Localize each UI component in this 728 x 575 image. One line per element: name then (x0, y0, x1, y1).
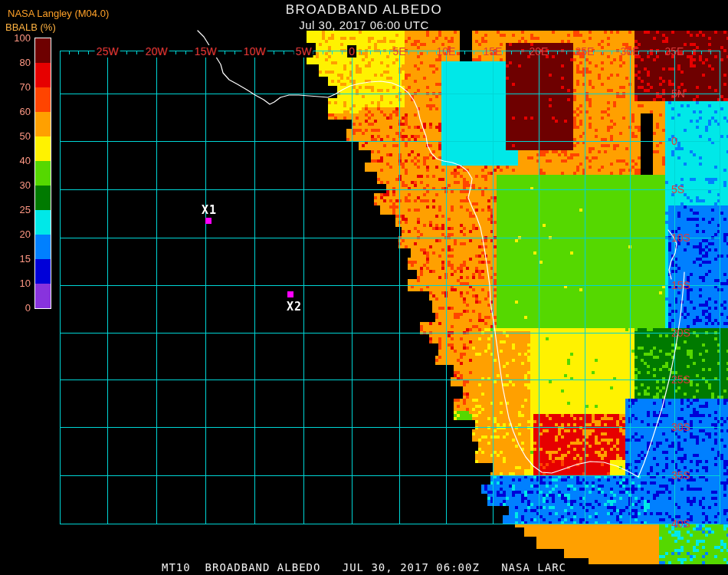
colorbar-tick-label: 100 (0, 32, 31, 44)
colorbar-segment (35, 63, 51, 87)
latitude-label: 25S (671, 373, 690, 386)
longitude-label: 0 (347, 45, 356, 58)
longitude-label: 10E (437, 45, 456, 58)
latitude-label: 35S (671, 469, 690, 481)
title-block: BROADBAND ALBEDO Jul 30, 2017 06:00 UTC (0, 2, 728, 31)
colorbar (34, 38, 51, 309)
latitude-label: 30S (671, 421, 690, 433)
colorbar-title: BBALB (%) (5, 21, 56, 33)
colorbar-segment (35, 284, 51, 308)
longitude-label: 10W (242, 45, 267, 58)
colorbar-segment (35, 161, 51, 186)
colorbar-tick-label: 0 (0, 302, 31, 314)
latitude-label: 40S (671, 518, 690, 530)
colorbar-tick-label: 40 (0, 155, 31, 166)
colorbar-tick-label: 25 (0, 204, 31, 215)
colorbar-segment (35, 38, 51, 63)
colorbar-segment (35, 259, 51, 284)
colorbar-tick-label: 60 (0, 106, 31, 117)
longitude-label: 25E (576, 45, 595, 58)
longitude-label: 15E (484, 45, 503, 58)
marker-x1 (205, 218, 212, 224)
longitude-label: 5E (392, 45, 405, 58)
colorbar-segment (35, 235, 51, 259)
colorbar-tick-label: 20 (0, 228, 31, 240)
longitude-label: 30E (621, 45, 640, 58)
colorbar-tick-label: 30 (0, 179, 31, 191)
latitude-label: 5N (671, 87, 685, 100)
timestamp: Jul 30, 2017 06:00 UTC (0, 18, 728, 31)
page-title: BROADBAND ALBEDO (0, 2, 728, 18)
footer-caption: MT10 BROADBAND ALBEDO JUL 30, 2017 06:00… (0, 561, 728, 573)
colorbar-tick-label: 80 (0, 57, 31, 68)
longitude-label: 15W (193, 45, 218, 58)
latitude-label: 15S (671, 279, 690, 291)
longitude-label: 20W (144, 45, 169, 58)
colorbar-tick-label: 10 (0, 278, 31, 289)
latitude-label: 0 (671, 135, 677, 147)
colorbar-segment (35, 210, 51, 235)
longitude-label: 5W (294, 45, 313, 58)
colorbar-tick-label: 70 (0, 81, 31, 93)
colorbar-tick-label: 50 (0, 130, 31, 142)
map-overlay (0, 0, 728, 575)
latitude-label: 5S (671, 183, 684, 196)
source-label: NASA Langley (M04.0) (8, 8, 109, 19)
marker-label-x2: X2 (287, 300, 302, 314)
colorbar-segment (35, 112, 51, 136)
colorbar-segment (35, 87, 51, 112)
albedo-map-viewport: BROADBAND ALBEDO Jul 30, 2017 06:00 UTC … (0, 0, 728, 575)
colorbar-tick-label: 15 (0, 253, 31, 264)
latitude-label: 20S (671, 327, 690, 339)
colorbar-segment (35, 186, 51, 210)
longitude-label: 25W (95, 45, 120, 58)
latitude-label: 10S (671, 232, 690, 244)
longitude-label: 20E (530, 45, 549, 58)
colorbar-segment (35, 136, 51, 161)
marker-x2 (287, 291, 293, 297)
longitude-label: 35E (665, 45, 684, 58)
marker-label-x1: X1 (202, 203, 217, 217)
